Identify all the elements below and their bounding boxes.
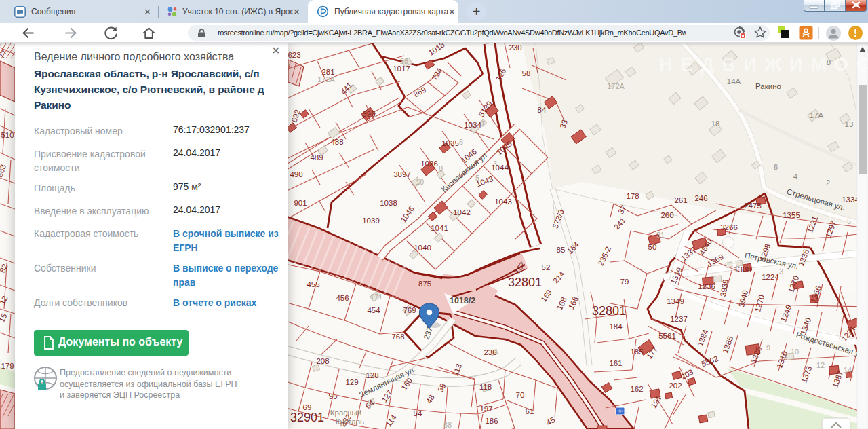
svg-text:186: 186: [485, 417, 498, 425]
svg-text:Ракино: Ракино: [755, 82, 781, 90]
svg-text:1355: 1355: [783, 211, 800, 219]
svg-text:70: 70: [516, 391, 525, 399]
svg-text:1236: 1236: [698, 282, 715, 291]
svg-text:85: 85: [557, 246, 566, 254]
svg-text:172A: 172A: [317, 75, 335, 83]
svg-text:32801: 32801: [508, 276, 542, 289]
svg-text:178: 178: [626, 192, 639, 200]
svg-text:52: 52: [542, 263, 551, 272]
svg-text:28: 28: [400, 57, 408, 65]
svg-text:31: 31: [656, 231, 665, 239]
svg-text:95: 95: [329, 392, 338, 400]
svg-text:14А: 14А: [727, 77, 741, 86]
svg-text:5: 5: [847, 217, 851, 225]
svg-text:1334: 1334: [842, 195, 859, 204]
svg-text:202: 202: [669, 381, 682, 390]
svg-text:875: 875: [418, 280, 431, 288]
svg-text:1034: 1034: [464, 121, 481, 129]
svg-text:50: 50: [648, 243, 657, 251]
svg-text:623: 623: [288, 51, 300, 59]
svg-text:161: 161: [609, 359, 622, 367]
svg-text:1036: 1036: [420, 160, 438, 168]
svg-text:179: 179: [1, 362, 14, 370]
svg-text:1039: 1039: [362, 217, 380, 225]
svg-text:10: 10: [416, 178, 424, 186]
svg-text:172А: 172А: [607, 82, 625, 90]
svg-text:456: 456: [336, 294, 349, 302]
svg-text:396: 396: [362, 110, 375, 118]
svg-text:3: 3: [779, 267, 783, 276]
svg-text:1018/2: 1018/2: [450, 296, 475, 305]
svg-text:5: 5: [475, 174, 479, 182]
svg-text:1: 1: [481, 119, 485, 128]
svg-text:8: 8: [439, 164, 443, 172]
svg-text:3897: 3897: [393, 170, 411, 179]
svg-text:197: 197: [479, 405, 492, 413]
svg-text:Красный: Красный: [330, 409, 361, 417]
svg-text:510: 510: [1, 131, 14, 139]
svg-text:2: 2: [826, 179, 830, 187]
svg-text:13: 13: [845, 120, 854, 128]
svg-text:489: 489: [310, 153, 323, 162]
svg-text:32801: 32801: [592, 304, 626, 318]
svg-text:454: 454: [367, 306, 380, 314]
svg-text:1224: 1224: [762, 273, 779, 281]
svg-text:901: 901: [294, 199, 307, 207]
svg-text:162: 162: [630, 385, 643, 393]
svg-text:1044: 1044: [491, 164, 509, 172]
svg-text:12: 12: [816, 361, 825, 369]
svg-text:14: 14: [844, 366, 852, 374]
svg-text:118: 118: [479, 383, 492, 391]
svg-text:171: 171: [370, 293, 382, 301]
svg-text:18: 18: [711, 119, 720, 128]
svg-text:1038: 1038: [380, 199, 397, 207]
svg-text:6: 6: [774, 163, 778, 171]
svg-text:490: 490: [290, 170, 302, 179]
svg-text:79: 79: [620, 278, 629, 286]
svg-text:1043: 1043: [494, 198, 512, 206]
svg-text:1338: 1338: [734, 265, 751, 274]
svg-text:1042: 1042: [453, 208, 471, 217]
svg-text:4: 4: [793, 172, 798, 181]
svg-text:1237: 1237: [670, 315, 688, 323]
svg-text:3266: 3266: [720, 223, 738, 231]
svg-text:1041: 1041: [431, 224, 448, 232]
svg-text:128: 128: [366, 371, 378, 379]
svg-text:10: 10: [791, 348, 799, 356]
svg-text:84: 84: [538, 106, 547, 114]
svg-text:261: 261: [674, 196, 687, 204]
svg-text:1017: 1017: [393, 64, 410, 73]
svg-text:Кустарь: Кустарь: [336, 417, 364, 426]
svg-text:6: 6: [459, 138, 463, 146]
svg-text:129: 129: [345, 378, 358, 386]
svg-text:58: 58: [522, 69, 531, 77]
svg-text:54: 54: [414, 409, 422, 417]
svg-text:1040: 1040: [414, 244, 431, 252]
svg-text:61: 61: [526, 407, 534, 415]
svg-text:17А: 17А: [810, 111, 824, 119]
svg-text:9: 9: [766, 343, 770, 352]
svg-text:185: 185: [630, 348, 643, 356]
svg-text:184: 184: [609, 322, 623, 331]
svg-text:32901: 32901: [290, 411, 324, 424]
svg-text:488: 488: [330, 138, 343, 146]
svg-text:1349: 1349: [667, 297, 684, 305]
svg-text:2475: 2475: [744, 202, 762, 210]
svg-text:768: 768: [391, 333, 404, 341]
svg-text:246: 246: [694, 194, 707, 202]
svg-text:260: 260: [660, 211, 673, 219]
svg-text:236: 236: [484, 348, 496, 356]
svg-text:68: 68: [443, 421, 452, 429]
svg-text:769: 769: [403, 306, 416, 314]
svg-text:1035: 1035: [441, 139, 459, 147]
svg-text:455: 455: [307, 280, 319, 288]
svg-text:5561: 5561: [658, 332, 676, 340]
svg-text:208: 208: [316, 357, 329, 365]
